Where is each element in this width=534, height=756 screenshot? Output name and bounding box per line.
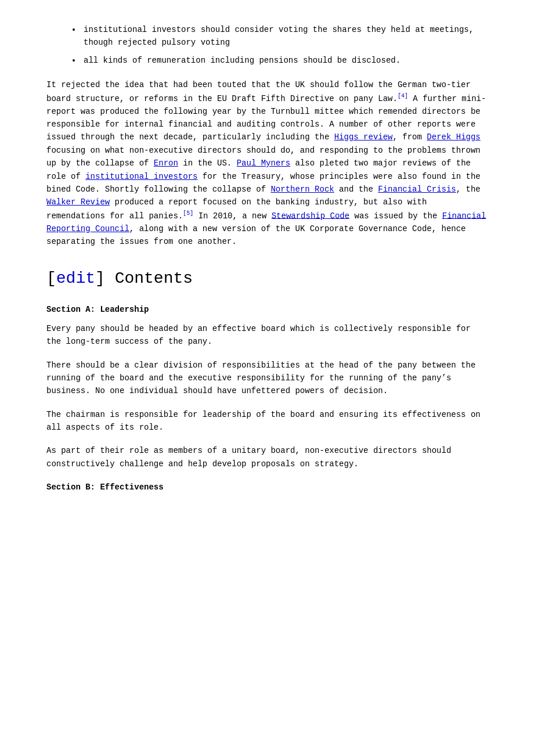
paul-myners-link[interactable]: Paul Myners <box>237 159 290 168</box>
bullet-text-2: all kinds of remuneration including pens… <box>84 56 400 65</box>
derek-higgs-link[interactable]: Derek Higgs <box>427 132 480 142</box>
contents-title: Contents <box>105 269 193 287</box>
bracket-close: ] <box>95 269 105 287</box>
enron-link[interactable]: Enron <box>154 159 178 168</box>
footnote-5-link[interactable]: [5] <box>183 210 193 217</box>
section-b-heading: Section B: Effectiveness <box>46 481 488 494</box>
contents-heading: [edit] Contents <box>46 266 488 292</box>
section-a-para-1: Every pany should be headed by an effect… <box>46 322 488 348</box>
financial-reporting-council-link[interactable]: Financial Reporting Council <box>46 211 486 233</box>
section-a-para-3: The chairman is responsible for leadersh… <box>46 408 488 434</box>
footnote-4-link[interactable]: [4] <box>398 93 408 99</box>
higgs-review-link[interactable]: Higgs review <box>334 132 393 142</box>
section-a-para-4: As part of their role as members of a un… <box>46 444 488 470</box>
bullet-item-2: all kinds of remuneration including pens… <box>81 54 488 67</box>
walker-review-link[interactable]: Walker Review <box>46 197 110 207</box>
bracket-open: [ <box>46 269 56 287</box>
section-a-heading: Section A: Leadership <box>46 303 488 316</box>
stewardship-code-link[interactable]: Stewardship Code <box>272 211 349 220</box>
bullet-text-1: institutional investors should consider … <box>84 25 474 47</box>
section-a-para-2: There should be a clear division of resp… <box>46 359 488 398</box>
main-paragraph: It rejected the idea that had been toute… <box>46 78 488 248</box>
bullet-item-1: institutional investors should consider … <box>81 23 488 49</box>
bullet-list: institutional investors should consider … <box>81 23 488 67</box>
financial-crisis-link[interactable]: Financial Crisis <box>378 185 456 194</box>
northern-rock-link[interactable]: Northern Rock <box>270 185 334 194</box>
institutional-investors-link[interactable]: institutional investors <box>85 172 197 181</box>
edit-link[interactable]: edit <box>56 269 95 287</box>
